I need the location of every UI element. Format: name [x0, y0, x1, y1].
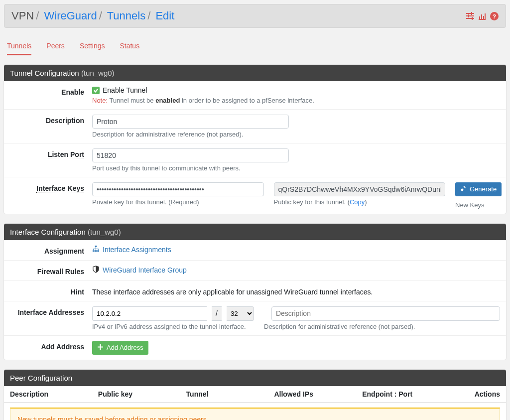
col-actions: Actions	[450, 390, 500, 398]
col-allowed-ips: Allowed IPs	[274, 390, 362, 398]
keys-label: Interface Keys	[36, 184, 84, 193]
firewall-label: Firewall Rules	[37, 268, 84, 276]
assignment-label: Assignment	[44, 247, 84, 255]
private-key-input[interactable]	[92, 182, 264, 196]
svg-rect-5	[472, 17, 473, 20]
svg-rect-12	[93, 250, 95, 252]
generate-help: New Keys	[455, 201, 500, 209]
row-firewall: Firewall Rules WireGuard Interface Group	[4, 261, 506, 281]
address-help2: Description for administrative reference…	[264, 323, 500, 330]
firewall-link[interactable]: WireGuard Interface Group	[103, 266, 187, 274]
col-tunnel: Tunnel	[186, 390, 274, 398]
generate-button[interactable]: Generate	[455, 182, 502, 196]
interface-config-panel: Interface Configuration (tun_wg0) Assign…	[4, 224, 506, 360]
svg-rect-1	[466, 15, 474, 16]
public-key-input[interactable]	[274, 182, 446, 196]
crumb-edit[interactable]: Edit	[155, 9, 174, 22]
row-hint: Hint These interface addresses are only …	[4, 281, 506, 301]
peer-table-header: Description Public key Tunnel Allowed IP…	[4, 386, 506, 403]
breadcrumb-bar: VPN/ WireGuard/ Tunnels/ Edit ?	[4, 4, 506, 28]
tab-peers[interactable]: Peers	[46, 38, 65, 55]
svg-rect-0	[466, 13, 474, 14]
sitemap-icon	[92, 245, 100, 254]
description-label: Description	[46, 117, 84, 125]
svg-rect-11	[95, 245, 97, 247]
listen-port-label: Listen Port	[48, 150, 84, 159]
svg-rect-4	[468, 14, 469, 17]
shield-icon	[92, 266, 100, 275]
copy-link[interactable]: Copy	[350, 198, 365, 206]
listen-port-help: Port used by this tunnel to communicate …	[92, 164, 500, 172]
col-description: Description	[10, 390, 98, 398]
hint-text: These interface addresses are only appli…	[92, 288, 373, 296]
hint-label: Hint	[71, 288, 84, 296]
header-tools: ?	[466, 12, 499, 20]
enable-label: Enable	[61, 88, 84, 96]
row-assignment: Assignment Interface Assignments	[4, 240, 506, 261]
address-cidr-select[interactable]: 32	[227, 306, 254, 321]
svg-text:?: ?	[493, 12, 496, 19]
chart-icon[interactable]	[478, 12, 486, 20]
address-ip-input[interactable]	[92, 306, 207, 321]
row-addresses: Interface Addresses / 32 IPv4 or IPv6 ad…	[4, 301, 506, 336]
crumb-tunnels[interactable]: Tunnels	[107, 9, 145, 22]
row-enable: Enable Enable Tunnel Note: Tunnel must b…	[4, 81, 506, 110]
svg-rect-13	[95, 250, 97, 252]
tunnel-config-panel: Tunnel Configuration (tun_wg0) Enable En…	[4, 65, 506, 214]
tabs: Tunnels Peers Settings Status	[4, 38, 506, 56]
key-icon	[460, 185, 467, 193]
address-help1: IPv4 or IPv6 address assigned to the tun…	[92, 323, 259, 330]
plus-icon	[97, 344, 104, 352]
peer-config-header: Peer Configuration	[4, 370, 506, 386]
svg-point-8	[461, 188, 464, 191]
interface-config-header: Interface Configuration (tun_wg0)	[4, 224, 506, 240]
svg-rect-10	[464, 186, 465, 187]
row-listen-port: Listen Port Port used by this tunnel to …	[4, 143, 506, 177]
tab-status[interactable]: Status	[120, 38, 139, 55]
peer-alert: New tunnels must be saved before adding …	[10, 408, 500, 420]
private-key-help: Private key for this tunnel. (Required)	[92, 198, 264, 206]
listen-port-input[interactable]	[92, 148, 289, 162]
help-icon[interactable]: ?	[490, 12, 499, 20]
breadcrumb: VPN/ WireGuard/ Tunnels/ Edit	[11, 9, 174, 22]
add-address-label: Add Address	[41, 343, 84, 351]
svg-rect-3	[471, 12, 472, 15]
row-interface-keys: Interface Keys Private key for this tunn…	[4, 177, 506, 214]
description-input[interactable]	[92, 115, 289, 129]
row-add-address: Add Address Add Address	[4, 336, 506, 360]
tunnel-config-header: Tunnel Configuration (tun_wg0)	[4, 65, 506, 81]
crumb-root: VPN	[11, 9, 34, 22]
add-address-button[interactable]: Add Address	[92, 341, 148, 355]
cidr-slash: /	[212, 306, 222, 321]
tab-tunnels[interactable]: Tunnels	[7, 38, 31, 55]
peer-config-panel: Peer Configuration Description Public ke…	[4, 370, 506, 420]
svg-rect-2	[466, 18, 474, 19]
crumb-wireguard[interactable]: WireGuard	[44, 9, 97, 22]
addresses-label: Interface Addresses	[18, 308, 84, 316]
row-description: Description Description for administrati…	[4, 110, 506, 143]
col-endpoint: Endpoint : Port	[362, 390, 450, 398]
description-help: Description for administrative reference…	[92, 131, 500, 138]
assignment-link[interactable]: Interface Assignments	[103, 246, 171, 254]
svg-rect-14	[97, 250, 99, 252]
tab-settings[interactable]: Settings	[80, 38, 105, 55]
sliders-icon[interactable]	[466, 12, 474, 20]
enable-checkbox[interactable]: Enable Tunnel	[92, 86, 147, 94]
address-desc-input[interactable]	[271, 306, 500, 321]
check-icon	[92, 87, 100, 94]
col-publickey: Public key	[98, 390, 186, 398]
